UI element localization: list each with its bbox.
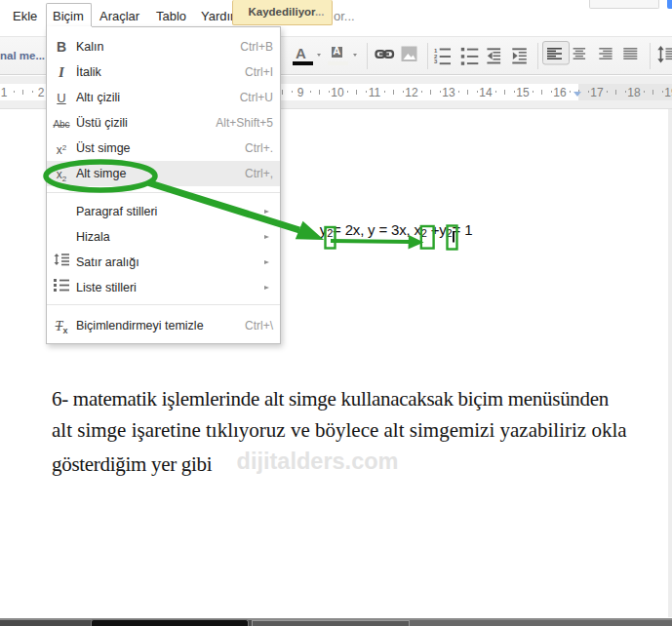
svg-text:3: 3 <box>434 59 438 64</box>
